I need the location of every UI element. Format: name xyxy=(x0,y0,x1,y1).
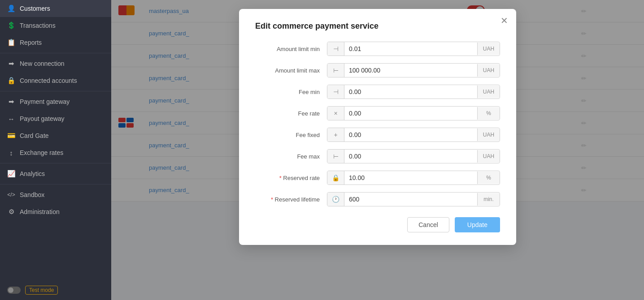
cancel-button[interactable]: Cancel xyxy=(407,217,449,232)
amount-limit-min-left-icon[interactable]: ⊣ xyxy=(327,42,344,56)
sidebar-item-label: Exchange rates xyxy=(20,149,104,156)
form-row-fee-fixed: Fee fixed + UAH xyxy=(255,128,500,142)
modal-overlay: Edit commerce payment service ✕ Amount l… xyxy=(111,0,644,300)
reserved-rate-input-group: 🔒 % xyxy=(327,171,500,185)
reserved-lifetime-currency: min. xyxy=(477,193,500,206)
fee-fixed-currency: UAH xyxy=(477,129,500,141)
sidebar-item-label: Transactions xyxy=(20,22,104,29)
amount-limit-max-left-icon[interactable]: ⊢ xyxy=(327,64,344,77)
reserved-lifetime-input-group: 🕐 min. xyxy=(327,192,500,206)
sidebar-item-customers[interactable]: 👤 Customers xyxy=(0,0,111,17)
card-gate-icon: 💳 xyxy=(7,132,15,140)
new-connection-icon: ➡ xyxy=(7,60,15,68)
amount-limit-max-currency: UAH xyxy=(477,64,500,77)
reserved-lifetime-left-icon[interactable]: 🕐 xyxy=(327,193,344,206)
fee-min-currency: UAH xyxy=(477,86,500,98)
fee-min-label: Fee min xyxy=(255,89,327,95)
sandbox-icon: </> xyxy=(7,191,15,199)
sidebar-item-label: Card Gate xyxy=(20,132,104,139)
update-button[interactable]: Update xyxy=(455,217,500,232)
sidebar-item-label: Sandbox xyxy=(20,191,104,198)
payout-gateway-icon: ↔ xyxy=(7,115,15,123)
fee-rate-label: Fee rate xyxy=(255,110,327,117)
connected-accounts-icon: 🔒 xyxy=(7,77,15,85)
fee-fixed-input-group: + UAH xyxy=(327,128,500,142)
sidebar-item-label: Payment gateway xyxy=(20,98,104,105)
reserved-rate-field[interactable] xyxy=(344,171,477,184)
form-row-amount-limit-max: Amount limit max ⊢ UAH xyxy=(255,63,500,77)
main-content: masterpass_ua 0 0 ✏ payment_card_ 0 0 ✏ xyxy=(111,0,644,300)
fee-rate-currency: % xyxy=(477,107,500,120)
amount-limit-max-label: Amount limit max xyxy=(255,67,327,74)
fee-min-left-icon[interactable]: ⊣ xyxy=(327,85,344,99)
reports-icon: 📋 xyxy=(7,39,15,47)
form-row-amount-limit-min: Amount limit min ⊣ UAH xyxy=(255,42,500,56)
fee-fixed-label: Fee fixed xyxy=(255,132,327,138)
sidebar-item-reports[interactable]: 📋 Reports xyxy=(0,34,111,51)
form-row-fee-rate: Fee rate × % xyxy=(255,106,500,120)
sidebar-item-label: Administration xyxy=(20,208,104,215)
reserved-lifetime-field[interactable] xyxy=(344,193,477,206)
sidebar-bottom: Test mode xyxy=(0,280,111,300)
exchange-rates-icon: ↕ xyxy=(7,149,15,157)
fee-rate-left-icon[interactable]: × xyxy=(327,107,344,120)
sidebar-item-analytics[interactable]: 📈 Analytics xyxy=(0,165,111,182)
reserved-rate-label: Reserved rate xyxy=(255,175,327,181)
fee-rate-input-group: × % xyxy=(327,106,500,120)
sidebar-item-sandbox[interactable]: </> Sandbox xyxy=(0,186,111,203)
fee-max-currency: UAH xyxy=(477,150,500,163)
transactions-icon: 💲 xyxy=(7,21,15,30)
fee-max-input-group: ⊢ UAH xyxy=(327,149,500,163)
sidebar-item-transactions[interactable]: 💲 Transactions xyxy=(0,17,111,34)
sidebar-item-label: Customers xyxy=(20,5,104,12)
fee-rate-field[interactable] xyxy=(344,107,477,120)
sidebar-item-label: Reports xyxy=(20,39,104,46)
reserved-rate-left-icon[interactable]: 🔒 xyxy=(327,171,344,184)
sidebar-item-payment-gateway[interactable]: ➡ Payment gateway xyxy=(0,93,111,110)
modal-footer: Cancel Update xyxy=(255,217,500,232)
analytics-icon: 📈 xyxy=(7,170,15,178)
sidebar-item-card-gate[interactable]: 💳 Card Gate xyxy=(0,127,111,144)
customers-icon: 👤 xyxy=(7,4,15,13)
modal-close-button[interactable]: ✕ xyxy=(500,16,508,25)
sidebar-item-payout-gateway[interactable]: ↔ Payout gateway xyxy=(0,110,111,127)
sidebar-item-label: New connection xyxy=(20,60,104,67)
test-mode-badge: Test mode xyxy=(25,286,58,295)
sidebar-item-label: Analytics xyxy=(20,170,104,177)
form-row-reserved-rate: Reserved rate 🔒 % xyxy=(255,171,500,185)
sidebar-item-exchange-rates[interactable]: ↕ Exchange rates xyxy=(0,144,111,161)
modal-title: Edit commerce payment service xyxy=(255,21,500,31)
fee-max-left-icon[interactable]: ⊢ xyxy=(327,150,344,163)
reserved-rate-currency: % xyxy=(477,171,500,184)
fee-fixed-field[interactable] xyxy=(344,128,477,141)
fee-min-field[interactable] xyxy=(344,85,477,99)
administration-icon: ⚙ xyxy=(7,208,15,216)
sidebar-item-administration[interactable]: ⚙ Administration xyxy=(0,203,111,220)
sidebar-item-label: Connected accounts xyxy=(20,77,104,84)
fee-max-field[interactable] xyxy=(344,150,477,163)
fee-max-label: Fee max xyxy=(255,153,327,160)
sidebar-item-connected-accounts[interactable]: 🔒 Connected accounts xyxy=(0,72,111,89)
amount-limit-min-label: Amount limit min xyxy=(255,46,327,52)
form-row-fee-min: Fee min ⊣ UAH xyxy=(255,85,500,99)
amount-limit-min-input-group: ⊣ UAH xyxy=(327,42,500,56)
payment-gateway-icon: ➡ xyxy=(7,98,15,106)
amount-limit-max-input-group: ⊢ UAH xyxy=(327,63,500,77)
fee-fixed-left-icon[interactable]: + xyxy=(327,128,344,141)
amount-limit-min-currency: UAH xyxy=(477,43,500,55)
sidebar-item-new-connection[interactable]: ➡ New connection xyxy=(0,55,111,72)
fee-min-input-group: ⊣ UAH xyxy=(327,85,500,99)
form-row-fee-max: Fee max ⊢ UAH xyxy=(255,149,500,163)
form-row-reserved-lifetime: Reserved lifetime 🕐 min. xyxy=(255,192,500,206)
modal-dialog: Edit commerce payment service ✕ Amount l… xyxy=(239,9,516,245)
amount-limit-max-field[interactable] xyxy=(344,64,477,77)
sidebar: 👤 Customers 💲 Transactions 📋 Reports ➡ N… xyxy=(0,0,111,300)
sidebar-item-label: Payout gateway xyxy=(20,115,104,122)
amount-limit-min-field[interactable] xyxy=(344,42,477,56)
reserved-lifetime-label: Reserved lifetime xyxy=(255,196,327,203)
